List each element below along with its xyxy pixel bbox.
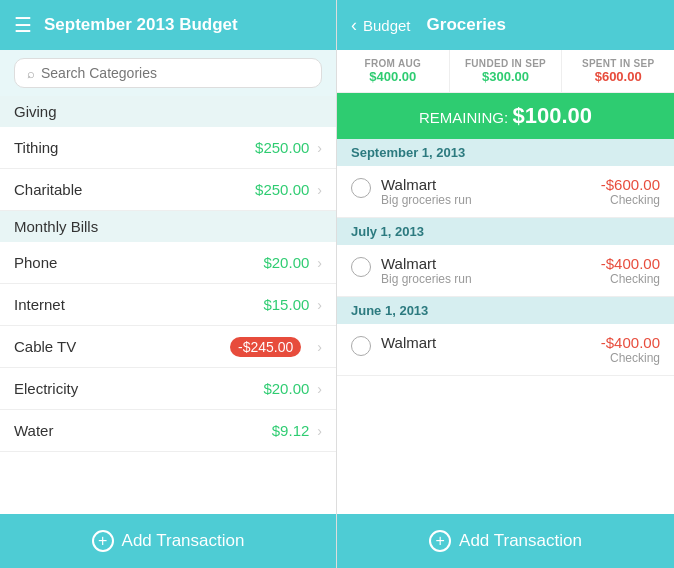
chevron-icon: › — [317, 339, 322, 355]
plus-circle-icon: + — [92, 530, 114, 552]
transaction-name: Walmart — [381, 334, 601, 351]
spent-sep-value: $600.00 — [566, 69, 670, 84]
transaction-account: Checking — [601, 272, 660, 286]
left-categories-list: Giving Tithing $250.00 › Charitable $250… — [0, 96, 336, 568]
back-chevron-icon: ‹ — [351, 15, 357, 36]
transaction-details: Walmart Big groceries run — [381, 176, 601, 207]
category-amount: $250.00 — [255, 139, 309, 156]
section-giving-header: Giving — [0, 96, 336, 127]
chevron-icon: › — [317, 423, 322, 439]
list-item[interactable]: Water $9.12 › — [0, 410, 336, 452]
list-item[interactable]: Cable TV -$245.00 › — [0, 326, 336, 368]
hamburger-icon[interactable]: ☰ — [14, 13, 32, 37]
transaction-account: Checking — [601, 351, 660, 365]
chevron-icon: › — [317, 381, 322, 397]
transaction-status-icon — [351, 178, 371, 198]
funded-sep-label: FUNDED IN SEP — [454, 58, 558, 69]
category-name: Water — [14, 422, 272, 439]
left-add-transaction-label: Add Transaction — [122, 531, 245, 551]
transaction-amount: -$400.00 — [601, 255, 660, 272]
section-monthly-bills-header: Monthly Bills — [0, 211, 336, 242]
transaction-account: Checking — [601, 193, 660, 207]
from-aug-value: $400.00 — [341, 69, 445, 84]
left-panel-title: September 2013 Budget — [44, 15, 238, 35]
date-section-jul: July 1, 2013 — [337, 218, 674, 245]
transactions-list: September 1, 2013 Walmart Big groceries … — [337, 139, 674, 568]
list-item[interactable]: Electricity $20.00 › — [0, 368, 336, 410]
transaction-right: -$400.00 Checking — [601, 334, 660, 365]
search-bar-container: ⌕ — [0, 50, 336, 96]
list-item[interactable]: Tithing $250.00 › — [0, 127, 336, 169]
transaction-name: Walmart — [381, 255, 601, 272]
spent-sep-label: SPENT IN SEP — [566, 58, 670, 69]
category-amount: $20.00 — [263, 254, 309, 271]
chevron-icon: › — [317, 182, 322, 198]
right-add-transaction-button[interactable]: + Add Transaction — [337, 514, 674, 568]
table-row[interactable]: Walmart Big groceries run -$600.00 Check… — [337, 166, 674, 218]
search-input[interactable] — [41, 65, 309, 81]
category-name: Cable TV — [14, 338, 230, 355]
transaction-right: -$600.00 Checking — [601, 176, 660, 207]
right-panel: ‹ Budget Groceries FROM AUG $400.00 FUND… — [337, 0, 674, 568]
category-name: Phone — [14, 254, 263, 271]
left-panel: ☰ September 2013 Budget ⌕ Giving Tithing… — [0, 0, 337, 568]
transaction-subtitle: Big groceries run — [381, 272, 601, 286]
chevron-icon: › — [317, 297, 322, 313]
list-item[interactable]: Charitable $250.00 › — [0, 169, 336, 211]
chevron-icon: › — [317, 140, 322, 156]
remaining-amount: $100.00 — [513, 103, 593, 128]
category-amount: $9.12 — [272, 422, 310, 439]
right-add-transaction-label: Add Transaction — [459, 531, 582, 551]
category-amount: $250.00 — [255, 181, 309, 198]
category-name: Electricity — [14, 380, 263, 397]
table-row[interactable]: Walmart Big groceries run -$400.00 Check… — [337, 245, 674, 297]
summary-funded-sep: FUNDED IN SEP $300.00 — [450, 50, 563, 92]
category-amount: $20.00 — [263, 380, 309, 397]
category-name: Charitable — [14, 181, 255, 198]
transaction-details: Walmart — [381, 334, 601, 351]
list-item[interactable]: Internet $15.00 › — [0, 284, 336, 326]
back-label[interactable]: Budget — [363, 17, 411, 34]
transaction-details: Walmart Big groceries run — [381, 255, 601, 286]
from-aug-label: FROM AUG — [341, 58, 445, 69]
right-panel-title: Groceries — [427, 15, 506, 35]
transaction-status-icon — [351, 257, 371, 277]
right-header: ‹ Budget Groceries — [337, 0, 674, 50]
date-section-jun: June 1, 2013 — [337, 297, 674, 324]
summary-bar: FROM AUG $400.00 FUNDED IN SEP $300.00 S… — [337, 50, 674, 93]
transaction-right: -$400.00 Checking — [601, 255, 660, 286]
search-icon: ⌕ — [27, 66, 35, 81]
transaction-subtitle: Big groceries run — [381, 193, 601, 207]
transaction-name: Walmart — [381, 176, 601, 193]
chevron-icon: › — [317, 255, 322, 271]
remaining-bar: REMAINING: $100.00 — [337, 93, 674, 139]
table-row[interactable]: Walmart -$400.00 Checking — [337, 324, 674, 376]
summary-spent-sep: SPENT IN SEP $600.00 — [562, 50, 674, 92]
search-bar: ⌕ — [14, 58, 322, 88]
transaction-status-icon — [351, 336, 371, 356]
left-add-transaction-button[interactable]: + Add Transaction — [0, 514, 336, 568]
summary-from-aug: FROM AUG $400.00 — [337, 50, 450, 92]
transaction-amount: -$600.00 — [601, 176, 660, 193]
list-item[interactable]: Phone $20.00 › — [0, 242, 336, 284]
category-amount-negative: -$245.00 — [230, 337, 301, 357]
plus-circle-icon: + — [429, 530, 451, 552]
funded-sep-value: $300.00 — [454, 69, 558, 84]
transaction-amount: -$400.00 — [601, 334, 660, 351]
category-name: Internet — [14, 296, 263, 313]
remaining-label: REMAINING: — [419, 109, 508, 126]
left-header: ☰ September 2013 Budget — [0, 0, 336, 50]
date-section-sep: September 1, 2013 — [337, 139, 674, 166]
category-name: Tithing — [14, 139, 255, 156]
category-amount: $15.00 — [263, 296, 309, 313]
